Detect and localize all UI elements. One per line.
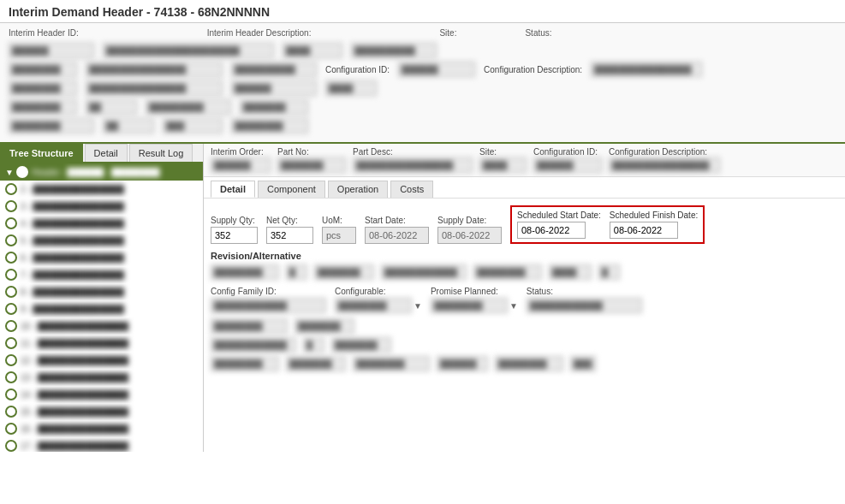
tree-item-5[interactable]: 5 - ███████████████	[0, 232, 203, 249]
f4-4[interactable]	[240, 99, 308, 115]
supply-qty-input[interactable]: 352	[211, 227, 258, 244]
rev-input-5[interactable]	[473, 264, 542, 280]
f2-3[interactable]	[231, 62, 317, 77]
f4-3[interactable]	[146, 99, 231, 115]
rev-input-4[interactable]	[381, 264, 467, 280]
config-family-input[interactable]	[211, 298, 326, 313]
f5-3[interactable]	[163, 118, 223, 133]
rev-input-7[interactable]	[598, 264, 620, 280]
supply-date-input[interactable]: 08-06-2022	[437, 227, 502, 244]
extra1-2[interactable]	[295, 318, 354, 334]
extra2-2[interactable]	[303, 337, 324, 353]
detail-status-input[interactable]	[527, 298, 642, 313]
tree-item-3[interactable]: 3 - ███████████████	[0, 198, 203, 215]
tree-item-4[interactable]: 4 - ███████████████	[0, 215, 203, 232]
f5-4[interactable]	[231, 118, 308, 133]
extra3-4[interactable]	[437, 356, 488, 371]
tree-item-11[interactable]: 11 - ███████████████	[0, 335, 203, 352]
tab-tree-structure[interactable]: Tree Structure	[0, 144, 83, 162]
sub-tab-component[interactable]: Component	[258, 181, 325, 198]
f3-3[interactable]	[231, 80, 317, 96]
config-family-group: Config Family ID:	[211, 287, 326, 313]
tree-item-9[interactable]: 9 - ███████████████	[0, 300, 203, 317]
f4-2[interactable]	[86, 99, 137, 115]
f5-2[interactable]	[103, 118, 154, 133]
f5-1[interactable]	[9, 118, 94, 133]
detail-config-desc-input[interactable]	[609, 157, 720, 173]
rev-input-1[interactable]	[211, 264, 279, 280]
net-qty-input[interactable]: 352	[266, 227, 313, 244]
interim-header-id-input[interactable]	[9, 43, 94, 58]
sub-tab-costs[interactable]: Costs	[390, 181, 433, 198]
tab-result-log[interactable]: Result Log	[129, 144, 193, 162]
sched-finish-input[interactable]: 08-06-2022	[610, 222, 678, 239]
tree-item-12[interactable]: 12 - ███████████████	[0, 352, 203, 369]
tree-node-icon-4	[5, 217, 17, 229]
configurable-input[interactable]	[335, 298, 412, 313]
tree-node-icon-15	[5, 406, 17, 418]
tree-item-17[interactable]: 17 - ███████████████	[0, 437, 203, 452]
interim-order-input[interactable]	[211, 157, 271, 173]
tree-node-icon-8	[5, 286, 17, 298]
extra2-3[interactable]	[331, 337, 391, 353]
f3-1[interactable]	[9, 80, 77, 96]
sub-tab-detail[interactable]: Detail	[211, 181, 255, 198]
part-desc-input[interactable]	[353, 157, 473, 173]
extra3-2[interactable]	[286, 356, 346, 371]
tree-item-2[interactable]: 2 - ███████████████	[0, 181, 203, 198]
extra2-1[interactable]	[211, 337, 296, 353]
tab-detail-left[interactable]: Detail	[85, 144, 128, 162]
uom-input[interactable]: pcs	[322, 227, 356, 244]
f3-2[interactable]	[86, 80, 223, 96]
tree-item-10[interactable]: 10 - ███████████████	[0, 317, 203, 335]
detail-config-id-input[interactable]	[533, 157, 602, 173]
dropdown-arrow-icon[interactable]: ▼	[414, 301, 422, 311]
tree-item-8[interactable]: 8 - ███████████████	[0, 283, 203, 300]
tree-item-7[interactable]: 7 - ███████████████	[0, 266, 203, 283]
f2-2[interactable]	[86, 62, 223, 77]
status-input[interactable]	[351, 43, 437, 58]
tree-item-14[interactable]: 14 - ███████████████	[0, 386, 203, 403]
extra3-1[interactable]	[211, 356, 279, 371]
site-input[interactable]	[283, 43, 342, 58]
f2-config-desc[interactable]	[591, 62, 702, 77]
sub-tab-operation[interactable]: Operation	[328, 181, 388, 198]
start-date-input[interactable]: 08-06-2022	[365, 227, 429, 244]
promise-dropdown-icon[interactable]: ▼	[509, 301, 518, 311]
sched-start-input[interactable]: 08-06-2022	[517, 222, 586, 239]
extra3-3[interactable]	[353, 356, 430, 371]
tree-item-13[interactable]: 13 - ███████████████	[0, 369, 203, 386]
f3-4[interactable]	[325, 80, 377, 96]
tree-label-5: 5 - ███████████████	[21, 236, 124, 246]
detail-config-id-field: Configuration ID:	[533, 147, 602, 173]
tree-label-12: 12 - ███████████████	[21, 356, 128, 365]
tree-label-16: 16 - ███████████████	[21, 424, 128, 434]
config-section-row: Config Family ID: Configurable: ▼ Promis…	[211, 287, 838, 313]
net-qty-group: Net Qty: 352	[266, 216, 313, 244]
rev-input-6[interactable]	[549, 264, 592, 280]
extra3-5[interactable]	[495, 356, 563, 371]
part-no-label: Part No:	[277, 147, 346, 157]
detail-row-extra-2	[211, 337, 838, 353]
tree-label-3: 3 - ███████████████	[21, 202, 124, 211]
tree-node-icon-17	[5, 440, 17, 452]
f2-1[interactable]	[9, 62, 77, 77]
extra1-1[interactable]	[211, 318, 288, 334]
interim-order-label: Interim Order:	[211, 147, 271, 157]
promise-planned-input[interactable]	[431, 298, 508, 313]
extra3-6[interactable]	[570, 356, 596, 371]
top-form-section: Interim Header ID: Interim Header Descri…	[0, 23, 845, 144]
tree-item-15[interactable]: 15 - ███████████████	[0, 403, 203, 420]
interim-header-desc-input[interactable]	[103, 43, 274, 58]
f4-1[interactable]	[9, 99, 77, 115]
tree-item-6[interactable]: 6 - ███████████████	[0, 249, 203, 266]
tree-item-header[interactable]: ▼ Header - ██████ - ████████	[0, 163, 203, 181]
f2-config-id[interactable]	[398, 62, 475, 77]
detail-site-input[interactable]	[479, 157, 527, 173]
tree-item-16[interactable]: 16 - ███████████████	[0, 420, 203, 437]
tree-node-icon	[16, 166, 28, 178]
rev-input-2[interactable]	[286, 264, 307, 280]
supply-date-group: Supply Date: 08-06-2022	[437, 216, 502, 244]
rev-input-3[interactable]	[314, 264, 374, 280]
part-no-input[interactable]	[277, 157, 346, 173]
